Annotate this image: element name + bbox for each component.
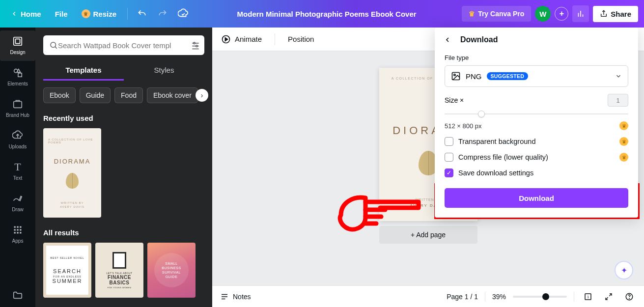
chip-ebook[interactable]: Ebook	[43, 87, 76, 103]
design-icon	[12, 35, 24, 47]
size-slider[interactable]	[445, 110, 628, 118]
rail-elements[interactable]: Elements	[0, 62, 35, 92]
section-recently-used: Recently used	[43, 114, 204, 122]
compress-checkbox[interactable]	[445, 153, 453, 162]
add-page-button[interactable]: + Add page	[379, 226, 477, 244]
chips-scroll-right[interactable]: ›	[196, 89, 208, 102]
insights-button[interactable]	[572, 5, 589, 22]
text-icon: T	[12, 161, 24, 173]
resize-button[interactable]: ♕ Resize	[77, 6, 122, 21]
zoom-slider[interactable]	[513, 296, 567, 298]
add-member-button[interactable]: +	[555, 7, 568, 21]
uploads-icon	[12, 130, 24, 141]
brandhub-icon	[12, 98, 24, 110]
undo-button[interactable]	[134, 5, 150, 22]
rail-draw[interactable]: Draw	[0, 188, 35, 218]
page-counter[interactable]: Page 1 / 1	[447, 293, 478, 301]
leaf-icon	[66, 173, 79, 189]
share-button[interactable]: Share	[593, 6, 638, 22]
suggested-badge: SUGGESTED	[487, 72, 529, 80]
chip-food[interactable]: Food	[114, 87, 143, 103]
apps-icon	[12, 224, 24, 236]
download-button[interactable]: Download	[445, 188, 628, 208]
svg-rect-4	[14, 37, 22, 46]
svg-marker-27	[225, 37, 227, 41]
save-settings-checkbox[interactable]: ✓	[445, 168, 453, 177]
cloud-sync-icon[interactable]	[175, 5, 192, 22]
transparent-checkbox[interactable]	[445, 137, 453, 146]
size-input[interactable]	[608, 94, 628, 107]
tab-templates[interactable]: Templates	[43, 62, 124, 81]
svg-rect-15	[20, 229, 21, 230]
try-pro-button[interactable]: ♛ Try Canva Pro	[462, 6, 531, 22]
search-input[interactable]	[58, 41, 191, 50]
animate-icon	[221, 34, 231, 44]
chip-guide[interactable]: Guide	[80, 87, 111, 103]
svg-rect-12	[20, 226, 21, 228]
crown-icon: ♛	[619, 121, 628, 130]
home-button[interactable]: Home	[6, 7, 46, 21]
dimensions-text: 512 × 800 px	[445, 122, 482, 130]
page-view-button[interactable]: 1	[581, 290, 595, 304]
help-button[interactable]	[622, 290, 636, 304]
folder-icon	[12, 289, 24, 301]
crown-icon: ♕	[82, 9, 90, 18]
position-button[interactable]: Position	[288, 35, 314, 43]
crown-icon: ♛	[619, 153, 628, 162]
chip-ebook-cover[interactable]: Ebook cover	[147, 87, 198, 103]
rail-folder[interactable]	[0, 284, 35, 307]
home-label: Home	[21, 10, 41, 18]
zoom-value[interactable]: 39%	[492, 293, 506, 301]
filter-icon[interactable]	[191, 40, 200, 50]
redo-button[interactable]	[154, 5, 171, 22]
avatar[interactable]: W	[535, 6, 551, 22]
popover-title: Download	[460, 35, 498, 44]
back-button[interactable]	[444, 36, 451, 44]
svg-rect-5	[15, 39, 20, 43]
download-popover: Download File type PNG SUGGESTED Size × …	[435, 28, 638, 218]
document-title[interactable]: Modern Minimal Photographic Poems Ebook …	[196, 10, 458, 18]
rail-text[interactable]: T Text	[0, 156, 35, 187]
file-menu[interactable]: File	[50, 7, 73, 21]
top-bar: Home File ♕ Resize Modern Minimal Photog…	[0, 0, 644, 28]
animate-button[interactable]: Animate	[221, 34, 262, 44]
filter-chips: Ebook Guide Food Ebook cover ›	[43, 87, 204, 103]
file-type-value: PNG	[466, 72, 482, 81]
crown-icon: ♛	[619, 137, 628, 146]
svg-point-24	[196, 45, 197, 47]
search-field[interactable]	[43, 35, 204, 55]
rail-brandhub[interactable]: Brand Hub	[0, 93, 35, 124]
svg-rect-14	[17, 229, 18, 230]
draw-icon	[12, 193, 24, 204]
compress-label: Compress file (lower quality)	[458, 153, 615, 161]
svg-rect-7	[18, 73, 22, 77]
svg-rect-16	[14, 232, 16, 233]
svg-line-20	[55, 47, 56, 48]
template-thumb-2[interactable]: LET'S TALK ABOUT FINANCE BASICS FOR YOUN…	[95, 243, 143, 298]
rail-apps[interactable]: Apps	[0, 219, 35, 250]
chevron-down-icon	[615, 73, 622, 80]
tab-styles[interactable]: Styles	[124, 62, 204, 81]
template-thumb-1[interactable]: BEST SELLER NOVEL SEARCH FOR AN ENDLESS …	[43, 243, 91, 298]
svg-point-39	[629, 298, 630, 299]
transparent-label: Transparent background	[458, 138, 615, 145]
svg-rect-18	[20, 232, 21, 233]
rail-design[interactable]: Design	[0, 30, 35, 61]
file-type-select[interactable]: PNG SUGGESTED	[445, 65, 628, 87]
assistant-button[interactable]: ✦	[615, 261, 633, 279]
polaroid-icon	[112, 252, 126, 269]
fullscreen-button[interactable]	[602, 290, 616, 304]
image-icon	[451, 71, 461, 81]
search-icon	[49, 41, 58, 50]
file-type-label: File type	[445, 54, 628, 61]
rail-uploads[interactable]: Uploads	[0, 125, 35, 155]
divider	[127, 8, 128, 20]
svg-line-36	[609, 294, 612, 296]
svg-point-19	[51, 42, 56, 48]
svg-rect-11	[17, 226, 18, 228]
svg-text:1: 1	[587, 295, 589, 299]
template-thumb-diorama[interactable]: A COLLECTION OF LOVE POEMS DIORAMA WRITT…	[43, 128, 101, 218]
elements-icon	[12, 67, 24, 79]
notes-button[interactable]: Notes	[220, 292, 251, 301]
template-thumb-3[interactable]: SMALL BUSINESS SURVIVAL GUIDE	[147, 243, 196, 298]
